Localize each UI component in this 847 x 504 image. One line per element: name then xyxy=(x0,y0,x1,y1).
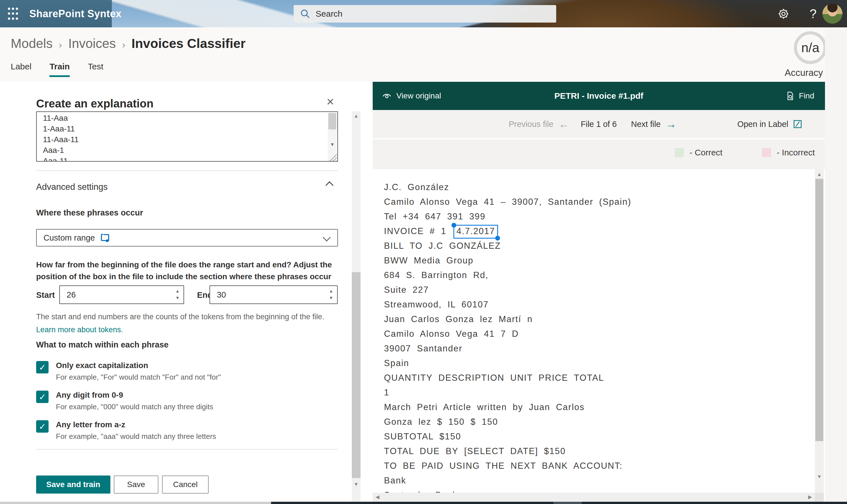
search-placeholder: Search xyxy=(316,9,343,19)
incorrect-swatch xyxy=(762,148,771,157)
page-title: Invoices Classifier xyxy=(132,36,246,51)
textarea-scrollbar[interactable]: ▼ xyxy=(328,112,337,161)
spin-up-icon: ▲ xyxy=(175,288,179,294)
previous-file-button[interactable]: Previous file ← xyxy=(509,118,569,130)
document-scroll-thumb[interactable] xyxy=(815,179,823,441)
doc-line: BWW Media Group xyxy=(384,253,631,268)
app-launcher-waffle-icon[interactable] xyxy=(8,7,18,20)
scroll-down-icon[interactable]: ▼ xyxy=(815,474,824,480)
tab-train[interactable]: Train xyxy=(49,62,70,75)
viewer-toolbar: View original PETRI - Invoice #1.pdf Fin… xyxy=(373,82,825,110)
cancel-button[interactable]: Cancel xyxy=(162,475,209,493)
scroll-down-icon[interactable]: ▼ xyxy=(352,482,361,487)
checkbox-checked[interactable]: ✓ xyxy=(36,391,49,403)
checkbox-checked[interactable]: ✓ xyxy=(36,420,49,433)
find-label: Find xyxy=(799,91,814,101)
panel-scrollbar[interactable]: ▲ ▼ xyxy=(352,111,361,504)
tab-label[interactable]: Label xyxy=(11,62,31,75)
learn-more-link[interactable]: Learn more about tokens. xyxy=(36,325,123,334)
find-button[interactable]: Find xyxy=(785,91,814,101)
user-avatar[interactable] xyxy=(823,4,843,24)
search-icon xyxy=(300,8,311,19)
breadcrumb-invoices[interactable]: Invoices xyxy=(68,36,116,51)
match-section-label: What to match within each phrase xyxy=(36,340,169,349)
scrollbar-corner xyxy=(815,493,824,502)
end-value: 30 xyxy=(217,290,226,300)
scroll-right-icon[interactable]: ▶ xyxy=(808,494,812,500)
tab-bar: Label Train Test xyxy=(11,62,103,75)
divider xyxy=(36,449,338,450)
open-in-label-button[interactable]: Open in Label xyxy=(737,119,802,129)
next-file-label: Next file xyxy=(631,120,661,129)
spin-down-icon: ▼ xyxy=(329,294,333,301)
doc-line-invoice: INVOICE # 1 4.7.2017 xyxy=(384,224,631,239)
create-explanation-panel: Create an explanation × 11-Aaa 1-Aaa-11 … xyxy=(0,82,373,504)
textarea-resize-grip[interactable] xyxy=(329,154,337,161)
end-number-input[interactable]: 30 ▲▼ xyxy=(209,285,338,304)
search-input[interactable]: Search xyxy=(294,5,556,22)
textarea-scroll-down-icon[interactable]: ▼ xyxy=(328,142,337,147)
document-horizontal-scrollbar[interactable]: ◀ ▶ xyxy=(373,493,815,502)
range-type-dropdown[interactable]: Custom range xyxy=(36,229,338,247)
where-phrases-label: Where these phrases occur xyxy=(36,208,143,217)
chevron-down-icon xyxy=(323,234,331,241)
start-spinner[interactable]: ▲▼ xyxy=(175,288,179,301)
breadcrumb-models[interactable]: Models xyxy=(11,36,53,51)
breadcrumb-separator: › xyxy=(122,39,125,50)
correctness-legend: - Correct - Incorrect xyxy=(675,148,815,157)
document-preview[interactable]: J.C. González Camilo Alonso Vega 41 – 39… xyxy=(373,169,815,493)
spin-up-icon: ▲ xyxy=(329,288,333,294)
checkbox-example: For example, "For" would match "For" and… xyxy=(56,373,318,382)
accuracy-ring: n/a xyxy=(794,31,827,64)
arrow-right-icon: → xyxy=(666,118,676,130)
next-file-button[interactable]: Next file → xyxy=(631,118,676,130)
close-icon[interactable]: × xyxy=(322,93,339,110)
advanced-settings-toggle[interactable]: Advanced settings xyxy=(36,182,338,192)
invoice-line-prefix: INVOICE # 1 xyxy=(384,226,446,236)
selected-token-box[interactable]: 4.7.2017 xyxy=(453,225,498,239)
doc-line: SUBTOTAL $150 xyxy=(384,429,631,444)
doc-line: 1 xyxy=(384,385,631,400)
scroll-up-icon[interactable]: ▲ xyxy=(352,113,361,119)
textarea-scroll-thumb[interactable] xyxy=(328,113,336,129)
breadcrumb: Models › Invoices › Invoices Classifier xyxy=(11,36,246,51)
scroll-up-icon[interactable]: ▲ xyxy=(815,172,824,177)
phrase-list-textarea[interactable]: 11-Aaa 1-Aaa-11 11-Aaa-11 Aaa-1 Aaa-11 ▼ xyxy=(36,111,338,162)
checkbox-row: ✓ Only exact capitalization For example,… xyxy=(36,361,318,382)
phrase-item: 11-Aaa xyxy=(37,112,338,123)
end-spinner[interactable]: ▲▼ xyxy=(329,288,333,301)
page-scroll-thumb[interactable] xyxy=(0,502,271,504)
doc-line: Camilo Alonso Vega 41 7 D xyxy=(384,327,631,341)
doc-line: Camilo Alonso Vega 41 – 39007, Santander… xyxy=(384,195,631,209)
range-dropdown-value: Custom range xyxy=(44,233,95,242)
chevron-up-icon xyxy=(326,181,333,189)
selection-handle[interactable] xyxy=(451,223,456,228)
doc-line: Streamwood, IL 60107 xyxy=(384,297,631,312)
doc-line: TO BE PAID USING THE NEXT BANK ACCOUNT: xyxy=(384,458,631,473)
document-vertical-scrollbar[interactable]: ▲ ▼ xyxy=(815,169,824,493)
panel-scroll-thumb[interactable] xyxy=(352,272,361,478)
save-and-train-button[interactable]: Save and train xyxy=(36,475,110,493)
phrase-item: 11-Aaa-11 xyxy=(37,133,338,144)
arrow-left-icon: ← xyxy=(558,118,569,130)
save-button[interactable]: Save xyxy=(114,475,158,493)
page-horizontal-scrollbar[interactable] xyxy=(0,502,847,504)
app-title[interactable]: SharePoint Syntex xyxy=(29,8,122,20)
viewer-subheader: Previous file ← File 1 of 6 Next file → … xyxy=(373,110,825,169)
scroll-left-icon[interactable]: ◀ xyxy=(376,494,379,500)
doc-line: QUANTITY DESCRIPTION UNIT PRICE TOTAL xyxy=(384,371,631,385)
checkbox-row: ✓ Any digit from 0-9 For example, "000" … xyxy=(36,391,318,411)
doc-line: J.C. González xyxy=(384,180,631,195)
document-text: J.C. González Camilo Alonso Vega 41 – 39… xyxy=(384,180,631,493)
correct-swatch xyxy=(675,148,684,157)
help-icon[interactable]: ? xyxy=(802,0,825,28)
doc-line: Santander Bank xyxy=(384,488,631,493)
accuracy-label: Accuracy xyxy=(784,67,823,78)
range-question-text: How far from the beginning of the file d… xyxy=(36,259,343,283)
settings-gear-icon[interactable] xyxy=(771,0,796,28)
tab-test[interactable]: Test xyxy=(88,62,103,75)
phrase-item: Aaa-1 xyxy=(37,144,338,155)
start-number-input[interactable]: 26 ▲▼ xyxy=(59,285,184,304)
checkbox-checked[interactable]: ✓ xyxy=(36,361,49,374)
checkbox-label: Any digit from 0-9 xyxy=(56,391,318,400)
